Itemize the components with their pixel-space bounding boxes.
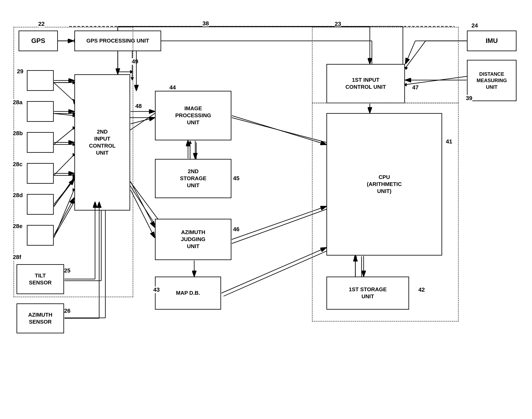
dashed-box-22 [14, 27, 133, 297]
imu-block: IMU [467, 31, 517, 51]
dashed-box-23-bottom [312, 103, 459, 322]
svg-line-92 [131, 182, 154, 227]
ref-label-28d: 28d [13, 192, 23, 198]
svg-marker-45 [189, 141, 192, 144]
distance-measuring-unit-block: DISTANCEMEASURINGUNIT [467, 60, 517, 101]
azimuth-judging-unit-block: AZIMUTHJUDGINGUNIT [155, 219, 232, 260]
image-processing-unit-block: IMAGEPROCESSINGUNIT [155, 91, 232, 140]
ref-label-24: 24 [471, 22, 478, 29]
ref-label-29: 29 [17, 68, 23, 75]
ref-label-43: 43 [153, 287, 160, 293]
svg-line-101 [221, 248, 326, 293]
ref-label-28c: 28c [13, 161, 23, 168]
ref-label-28b: 28b [13, 130, 23, 137]
ref-label-28a: 28a [13, 99, 23, 106]
ref-label-38: 38 [203, 20, 209, 27]
ref-label-22: 22 [38, 21, 45, 27]
dashed-box-23-top [312, 27, 459, 103]
ref-label-46: 46 [233, 226, 239, 233]
ref-label-47: 47 [412, 84, 419, 91]
ref-label-42: 42 [418, 287, 425, 293]
ref-label-23: 23 [335, 21, 341, 27]
second-storage-unit-block: 2NDSTORAGEUNIT [155, 159, 232, 198]
svg-line-93 [131, 190, 154, 237]
ref-label-48: 48 [135, 103, 142, 109]
ref-label-28f: 28f [13, 254, 21, 261]
ref-label-49: 49 [132, 58, 138, 65]
svg-line-91 [131, 118, 154, 124]
diagram: GPS GPS PROCESSING UNIT IMU DISTANCEMEAS… [0, 0, 532, 419]
ref-label-41: 41 [446, 138, 452, 145]
azimuth-sensor-block: AZIMUTHSENSOR [16, 303, 64, 333]
ref-label-25: 25 [64, 267, 70, 274]
ref-label-44: 44 [169, 84, 176, 91]
ref-label-26: 26 [64, 308, 70, 314]
ref-label-45: 45 [233, 175, 239, 182]
ref-label-39: 39 [466, 95, 472, 102]
ref-label-28e: 28e [13, 223, 23, 230]
map-db-block: MAP D.B. [155, 276, 221, 310]
